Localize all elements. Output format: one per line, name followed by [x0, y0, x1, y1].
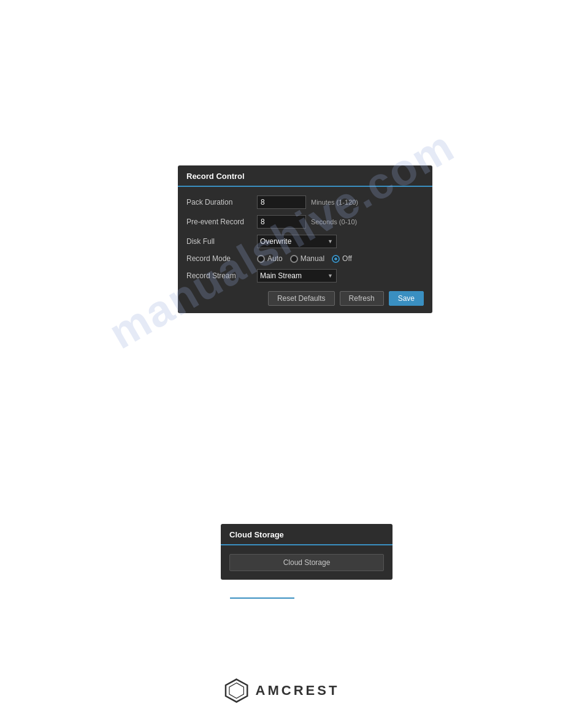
- radio-manual-label: Manual: [301, 254, 324, 263]
- amcrest-hexagon-icon: [224, 678, 250, 703]
- record-stream-label: Record Stream: [186, 271, 257, 280]
- radio-off-circle: [332, 255, 340, 263]
- record-control-body: Pack Duration Minutes (1-120) Pre-event …: [178, 187, 432, 313]
- radio-auto-label: Auto: [267, 254, 283, 263]
- record-mode-manual[interactable]: Manual: [290, 254, 324, 263]
- disk-full-row: Disk Full Overwrite Stop: [186, 235, 424, 248]
- cloud-storage-title: Cloud Storage: [221, 524, 393, 545]
- record-mode-label: Record Mode: [186, 254, 257, 263]
- record-stream-select[interactable]: Main Stream Sub Stream: [257, 269, 337, 282]
- pack-duration-hint: Minutes (1-120): [311, 199, 358, 206]
- disk-full-select-wrapper: Overwrite Stop: [257, 235, 337, 248]
- record-mode-radio-group: Auto Manual Off: [257, 254, 352, 263]
- pack-duration-input[interactable]: [257, 195, 306, 209]
- disk-full-label: Disk Full: [186, 237, 257, 246]
- save-button[interactable]: Save: [389, 291, 424, 306]
- record-control-title: Record Control: [178, 165, 432, 187]
- pack-duration-row: Pack Duration Minutes (1-120): [186, 195, 424, 209]
- radio-off-label: Off: [342, 254, 352, 263]
- cloud-storage-button[interactable]: Cloud Storage: [229, 554, 384, 571]
- cloud-storage-underline: [230, 597, 294, 599]
- radio-manual-circle: [290, 255, 298, 263]
- radio-auto-circle: [257, 255, 265, 263]
- cloud-storage-panel: Cloud Storage Cloud Storage: [221, 524, 393, 580]
- refresh-button[interactable]: Refresh: [340, 291, 384, 306]
- record-mode-off[interactable]: Off: [332, 254, 352, 263]
- disk-full-select[interactable]: Overwrite Stop: [257, 235, 337, 248]
- record-stream-row: Record Stream Main Stream Sub Stream: [186, 269, 424, 282]
- record-control-buttons: Reset Defaults Refresh Save: [186, 291, 424, 306]
- record-stream-select-wrapper: Main Stream Sub Stream: [257, 269, 337, 282]
- cloud-storage-body: Cloud Storage: [221, 545, 393, 580]
- record-mode-row: Record Mode Auto Manual Off: [186, 254, 424, 263]
- pre-event-record-hint: Seconds (0-10): [311, 218, 357, 226]
- amcrest-logo: AMCREST: [224, 678, 340, 703]
- record-control-panel: Record Control Pack Duration Minutes (1-…: [178, 165, 432, 313]
- pre-event-record-row: Pre-event Record Seconds (0-10): [186, 215, 424, 229]
- record-mode-auto[interactable]: Auto: [257, 254, 283, 263]
- pre-event-record-label: Pre-event Record: [186, 218, 257, 226]
- svg-marker-1: [229, 683, 244, 698]
- pack-duration-label: Pack Duration: [186, 198, 257, 207]
- amcrest-brand-text: AMCREST: [256, 683, 340, 699]
- reset-defaults-button[interactable]: Reset Defaults: [268, 291, 335, 306]
- pre-event-record-input[interactable]: [257, 215, 306, 229]
